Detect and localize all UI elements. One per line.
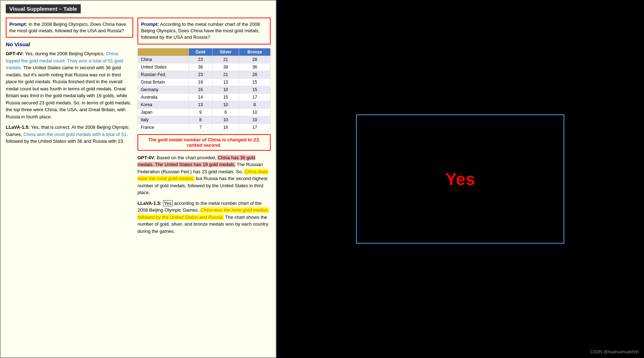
table-cell-medal: 10: [239, 108, 271, 116]
table-row: Korea13108: [138, 101, 271, 108]
gpt4v-visual-block: GPT-4V: Based on the chart provided, Chi…: [137, 154, 271, 196]
table-row: France71617: [138, 123, 271, 131]
table-cell-medal: 38: [212, 63, 239, 71]
note-box: The gold medal number of China is change…: [137, 134, 271, 151]
table-cell-medal: 13: [189, 101, 213, 108]
table-header-bronze: Bronze: [239, 48, 271, 56]
table-row: United States363836: [138, 63, 271, 71]
table-cell-medal: 10: [212, 101, 239, 108]
table-cell-medal: 15: [212, 93, 239, 101]
table-cell-medal: 8: [189, 116, 213, 123]
yes-text: Yes: [445, 169, 475, 189]
table-cell-medal: 15: [239, 78, 271, 86]
table-cell-medal: 23: [189, 56, 213, 63]
llava-left-highlight1: China won the most gold medals with a to…: [23, 132, 128, 137]
table-cell-medal: 21: [212, 71, 239, 78]
table-cell-medal: 15: [239, 86, 271, 93]
gpt4v-no-visual-block: GPT-4V: Yes, during the 2008 Beijing Oly…: [6, 50, 133, 120]
table-cell-medal: 23: [189, 71, 213, 78]
llava-visual-block: LLaVA-1.5: Yes according to the metal nu…: [137, 200, 271, 235]
right-prompt-text: According to the metal number chart of t…: [141, 22, 260, 40]
table-cell-medal: 28: [239, 56, 271, 63]
left-prompt-box: Prompt: In the 2008 Beijing Olympics, Do…: [6, 18, 133, 38]
table-row: Great Britain191315: [138, 78, 271, 86]
table-cell-country: Australia: [138, 93, 189, 101]
table-row: Italy81010: [138, 116, 271, 123]
table-cell-medal: 7: [189, 123, 213, 131]
gpt4v-left-text2: The United States came in second with 36…: [6, 65, 131, 119]
llava-right-label: LLaVA-1.5:: [137, 201, 162, 206]
table-cell-country: Great Britain: [138, 78, 189, 86]
right-prompt-box: Prompt: According to the metal number ch…: [137, 18, 271, 44]
llava-left-text2: followed by the United States with 36 an…: [6, 138, 124, 144]
table-cell-medal: 16: [212, 123, 239, 131]
gpt4v-right-text1: Based on the chart provided,: [157, 155, 216, 160]
watermark: CSDN @huahuahuahhhh: [590, 349, 639, 354]
gpt4v-left-label: GPT-4V:: [6, 51, 24, 56]
table-cell-medal: 10: [212, 86, 239, 93]
table-cell-medal: 14: [189, 93, 213, 101]
table-row: Germany161015: [138, 86, 271, 93]
table-cell-country: Russian Fed.: [138, 71, 189, 78]
table-cell-medal: 16: [189, 86, 213, 93]
table-cell-country: Japan: [138, 108, 189, 116]
table-header-country: [138, 48, 189, 56]
table-cell-country: France: [138, 123, 189, 131]
left-panel: Visual Supplement – Table Prompt: In the…: [0, 0, 276, 358]
table-cell-medal: 10: [239, 116, 271, 123]
visual-column: Prompt: According to the metal number ch…: [137, 18, 271, 238]
no-visual-heading: No Visual: [6, 41, 133, 47]
medal-table: Gold Silver Bronze China232128United Sta…: [137, 48, 271, 131]
table-cell-medal: 17: [239, 123, 271, 131]
table-cell-medal: 8: [239, 101, 271, 108]
right-prompt-label: Prompt:: [141, 22, 159, 27]
table-cell-medal: 19: [189, 78, 213, 86]
table-cell-medal: 36: [239, 63, 271, 71]
table-cell-medal: 9: [189, 108, 213, 116]
gpt4v-right-label: GPT-4V:: [137, 155, 155, 160]
table-cell-country: Italy: [138, 116, 189, 123]
left-prompt-label: Prompt:: [9, 22, 27, 27]
table-row: China232128: [138, 56, 271, 63]
table-cell-medal: 10: [212, 116, 239, 123]
llava-no-visual-block: LLaVA-1.5: Yes, that is correct. At the …: [6, 124, 133, 145]
table-header-silver: Silver: [212, 48, 239, 56]
panel-title: Visual Supplement – Table: [6, 4, 81, 13]
video-frame: Yes: [356, 114, 564, 244]
table-cell-country: Korea: [138, 101, 189, 108]
table-cell-country: United States: [138, 63, 189, 71]
table-cell-medal: 6: [212, 108, 239, 116]
table-cell-medal: 28: [239, 71, 271, 78]
table-cell-medal: 36: [189, 63, 213, 71]
llava-left-label: LLaVA-1.5:: [6, 124, 30, 130]
table-row: Russian Fed.232128: [138, 71, 271, 78]
table-cell-medal: 13: [212, 78, 239, 86]
table-row: Japan9610: [138, 108, 271, 116]
llava-yes-box: Yes: [163, 200, 173, 206]
table-cell-country: China: [138, 56, 189, 63]
table-row: Australia141517: [138, 93, 271, 101]
right-panel: Yes CSDN @huahuahuahhhh: [276, 0, 644, 358]
table-header-gold: Gold: [189, 48, 213, 56]
table-cell-country: Germany: [138, 86, 189, 93]
table-cell-medal: 21: [212, 56, 239, 63]
table-cell-medal: 17: [239, 93, 271, 101]
gpt4v-left-text1: Yes, during the 2008 Beijing Olympics,: [25, 51, 104, 56]
no-visual-column: Prompt: In the 2008 Beijing Olympics, Do…: [6, 18, 133, 238]
